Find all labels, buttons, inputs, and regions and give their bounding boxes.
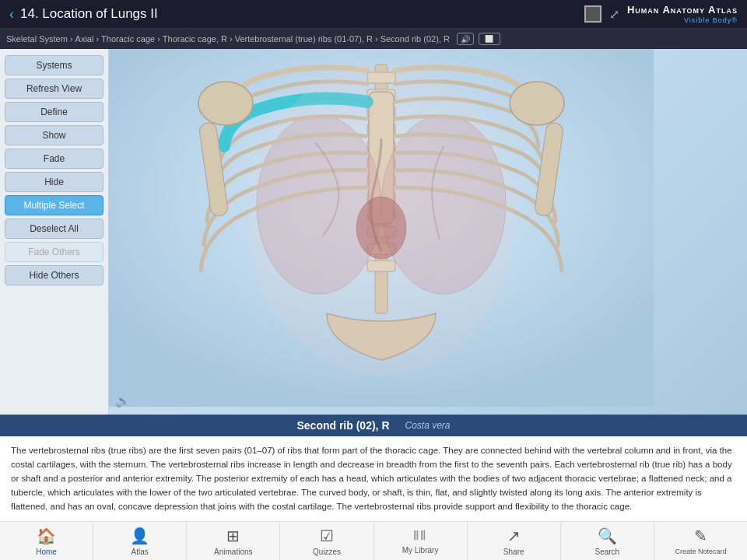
nav-quizzes-label: Quizzes (313, 548, 341, 556)
multiple-select-button[interactable]: Multiple Select (5, 195, 103, 215)
bottom-navigation: 🏠 Home 👤 Atlas ⊞ Animations ☑ Quizzes ⦀⦀… (0, 521, 747, 560)
nav-atlas-label: Atlas (132, 548, 149, 556)
fullscreen-button[interactable]: ⬜ (479, 33, 500, 45)
viewport-sound-icon: 🔊 (115, 394, 131, 408)
nav-notecard[interactable]: ✎ Create Notecard (654, 522, 747, 560)
search-icon: 🔍 (598, 527, 617, 545)
nav-share-label: Share (503, 548, 524, 556)
header: ‹ 14. Location of Lungs II ⤢ Human Anato… (0, 0, 747, 29)
library-icon: ⦀⦀ (413, 527, 427, 544)
logo-title: Human Anatomy Atlas (627, 4, 738, 16)
systems-button[interactable]: Systems (5, 55, 103, 75)
main-view: Systems Refresh View Define Show Fade Hi… (0, 49, 747, 415)
nav-share[interactable]: ↗ Share (468, 522, 561, 560)
nav-notecard-label: Create Notecard (675, 548, 726, 555)
breadcrumb: Skeletal System › Axial › Thoracic cage … (0, 29, 747, 49)
sound-button[interactable]: 🔊 (457, 33, 474, 45)
nav-library-label: My Library (402, 546, 439, 555)
define-button[interactable]: Define (5, 102, 103, 122)
nav-home[interactable]: 🏠 Home (0, 522, 93, 560)
nav-library[interactable]: ⦀⦀ My Library (374, 522, 468, 560)
fade-button[interactable]: Fade (5, 149, 103, 169)
back-button[interactable]: ‹ (9, 6, 14, 23)
3d-viewport[interactable]: 🔊 (109, 49, 747, 415)
bc-icons: 🔊 ⬜ (457, 33, 500, 45)
description-text: The vertebrosternal ribs (true ribs) are… (11, 444, 736, 513)
bc-thoracic[interactable]: Thoracic cage (101, 34, 155, 44)
bc-thoracic-r[interactable]: Thoracic cage, R (163, 34, 227, 44)
app-logo: Human Anatomy Atlas Visible Body® (627, 4, 738, 24)
animations-icon: ⊞ (226, 527, 240, 545)
structure-name: Second rib (02), R (296, 419, 389, 432)
logo-subtitle: Visible Body® (627, 16, 738, 25)
page-title: 14. Location of Lungs II (20, 6, 158, 22)
side-panel: Systems Refresh View Define Show Fade Hi… (0, 49, 109, 415)
nav-animations-label: Animations (214, 548, 252, 556)
notecard-icon: ✎ (694, 527, 707, 545)
svg-point-19 (510, 82, 564, 125)
header-right: ⤢ Human Anatomy Atlas Visible Body® (584, 4, 738, 24)
info-bar: Second rib (02), R Costa vera (0, 415, 747, 436)
svg-point-18 (198, 82, 253, 125)
svg-point-22 (249, 65, 514, 376)
atlas-icon: 👤 (130, 527, 149, 545)
bc-axial[interactable]: Axial (75, 34, 94, 44)
skeleton-illustration (109, 49, 654, 407)
header-left: ‹ 14. Location of Lungs II (9, 6, 158, 23)
bc-skeletal[interactable]: Skeletal System (6, 34, 68, 44)
fade-others-button[interactable]: Fade Others (5, 242, 103, 262)
hide-others-button[interactable]: Hide Others (5, 265, 103, 285)
nav-search[interactable]: 🔍 Search (561, 522, 654, 560)
nav-home-label: Home (36, 548, 57, 556)
quizzes-icon: ☑ (320, 527, 334, 545)
nav-atlas[interactable]: 👤 Atlas (93, 522, 187, 560)
thumbnail-icon[interactable] (584, 5, 601, 23)
description-panel: The vertebrosternal ribs (true ribs) are… (0, 436, 747, 521)
expand-icon[interactable]: ⤢ (609, 7, 619, 22)
hide-button[interactable]: Hide (5, 172, 103, 192)
home-icon: 🏠 (37, 527, 56, 545)
show-button[interactable]: Show (5, 125, 103, 145)
nav-search-label: Search (594, 548, 619, 556)
bc-ribs[interactable]: Vertebrosternal (true) ribs (01-07), R (235, 34, 373, 44)
nav-quizzes[interactable]: ☑ Quizzes (280, 522, 374, 560)
share-icon: ↗ (507, 527, 521, 545)
deselect-all-button[interactable]: Deselect All (5, 219, 103, 239)
latin-name: Costa vera (405, 420, 451, 431)
bc-current[interactable]: Second rib (02), R (381, 34, 450, 44)
nav-animations[interactable]: ⊞ Animations (187, 522, 280, 560)
app-container: ‹ 14. Location of Lungs II ⤢ Human Anato… (0, 0, 747, 560)
refresh-view-button[interactable]: Refresh View (5, 79, 103, 99)
